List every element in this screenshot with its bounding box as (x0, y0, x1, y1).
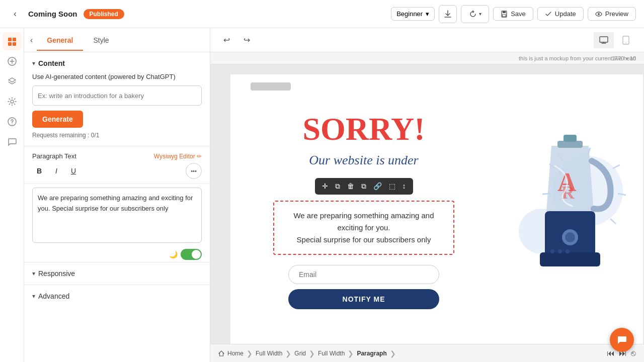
canvas-toolbar: ↩ ↪ (210, 28, 644, 52)
text-toolbar: B I U ••• (24, 163, 210, 184)
float-link-icon[interactable]: 🔗 (371, 181, 384, 192)
topbar-actions: Beginner ▾ ▾ Save Update Preview (391, 5, 636, 23)
sorry-title: SORRY! (302, 111, 425, 148)
svg-point-15 (625, 42, 626, 43)
float-move-icon[interactable]: ✛ (320, 181, 330, 192)
chat-bubble[interactable] (610, 328, 634, 352)
breadcrumb-home[interactable]: Home (218, 350, 244, 357)
responsive-section: ▾ Responsive (24, 262, 210, 285)
toggle-row: 🌙 (24, 247, 210, 262)
save-button[interactable]: Save (493, 7, 533, 21)
float-grid-icon[interactable]: ⬚ (387, 181, 397, 192)
illustration-container: A R (497, 111, 638, 272)
canvas-tools-left: ↩ ↪ (218, 32, 255, 48)
float-duplicate-icon[interactable]: ⧉ (359, 181, 368, 192)
preview-button[interactable]: Preview (588, 7, 636, 21)
sidebar-icon-layers[interactable] (3, 72, 21, 90)
text-box: We are preparing something amazing and e… (273, 201, 454, 255)
paragraph-label: Paragraph Text (32, 152, 76, 160)
svg-rect-7 (8, 42, 12, 46)
breadcrumb-paragraph[interactable]: Paragraph (357, 350, 386, 357)
breadcrumb-full-width-2[interactable]: Full Width (318, 350, 345, 357)
breadcrumb-grid[interactable]: Grid (294, 350, 306, 357)
svg-point-12 (12, 124, 13, 125)
sidebar-icon-help[interactable] (3, 113, 21, 131)
page-title: Coming Soon (28, 10, 77, 18)
mobile-view-button[interactable] (616, 32, 636, 48)
sidebar-icon-add[interactable] (3, 52, 21, 70)
float-toolbar: ✛ ⧉ 🗑 ⧉ 🔗 ⬚ ↕ (315, 178, 413, 195)
svg-point-22 (550, 249, 554, 253)
svg-rect-27 (557, 141, 583, 148)
update-button[interactable]: Update (537, 7, 584, 21)
sidebar-icon-pages[interactable] (3, 32, 21, 50)
advanced-section: ▾ Advanced (24, 285, 210, 307)
svg-point-10 (11, 100, 14, 103)
breadcrumb-prev-button[interactable]: ⏮ (607, 349, 615, 358)
back-button[interactable]: ‹ (8, 7, 22, 21)
svg-rect-28 (564, 135, 577, 142)
email-input-canvas[interactable] (288, 265, 439, 284)
breadcrumb-share-button[interactable]: ⎋ (631, 349, 636, 358)
panel-tabs: ‹ General Style (24, 28, 210, 52)
main-content-left: SORRY! Our website is under ✛ ⧉ 🗑 ⧉ 🔗 ⬚ … (235, 111, 492, 309)
notify-button-canvas[interactable]: NOTIFY ME (288, 289, 439, 309)
svg-rect-19 (540, 252, 600, 266)
italic-button[interactable]: I (49, 164, 63, 178)
svg-point-21 (565, 232, 575, 242)
svg-rect-2 (503, 15, 506, 17)
advanced-collapse-icon: ▾ (32, 293, 35, 300)
canvas-notice: this is just a mockup from your current … (519, 55, 636, 61)
content-section-title: Content (38, 59, 65, 67)
generate-button[interactable]: Generate (32, 111, 83, 128)
float-swap-icon[interactable]: ↕ (400, 181, 408, 192)
ai-label: Use AI-generated content (powered by Cha… (32, 72, 202, 81)
content-collapse-icon: ▾ (32, 60, 35, 67)
panel-back-button[interactable]: ‹ (30, 36, 33, 45)
float-delete-icon[interactable]: 🗑 (345, 181, 356, 192)
canvas-view-toggle (594, 32, 636, 48)
toggle-thumb (192, 250, 201, 259)
svg-rect-6 (13, 38, 16, 41)
main-layout: ‹ General Style ▾ Content Use AI-generat… (0, 28, 644, 362)
text-editor[interactable]: We are preparing something amazing and e… (32, 188, 202, 243)
content-section-header[interactable]: ▾ Content (24, 52, 210, 72)
float-copy-icon[interactable]: ⧉ (333, 181, 342, 192)
responsive-title: Responsive (38, 269, 75, 278)
content-section-body: Use AI-generated content (powered by Cha… (24, 72, 210, 139)
sidebar-icon-settings[interactable] (3, 93, 21, 111)
panel-content: ▾ Content Use AI-generated content (powe… (24, 52, 210, 362)
undo-button[interactable]: ↩ (218, 32, 234, 48)
underline-button[interactable]: U (66, 164, 80, 178)
breadcrumb-full-width-1[interactable]: Full Width (256, 350, 282, 357)
desktop-view-button[interactable] (594, 32, 614, 48)
canvas-area: ↩ ↪ this is just a mockup from your curr… (210, 28, 644, 362)
canvas-scroll[interactable]: SORRY! Our website is under ✛ ⧉ 🗑 ⧉ 🔗 ⬚ … (210, 64, 644, 344)
moon-icon: 🌙 (169, 250, 178, 258)
sidebar-icon-chat[interactable] (3, 133, 21, 151)
tab-general[interactable]: General (37, 30, 83, 50)
toggle-switch[interactable] (181, 249, 202, 260)
advanced-header[interactable]: ▾ Advanced (24, 285, 210, 307)
responsive-header[interactable]: ▾ Responsive (24, 262, 210, 285)
bold-button[interactable]: B (32, 164, 46, 178)
sidebar-icons (0, 28, 24, 362)
svg-rect-8 (13, 42, 16, 46)
level-select[interactable]: Beginner ▾ (391, 7, 435, 21)
ai-input[interactable] (32, 85, 202, 106)
advanced-title: Advanced (38, 292, 69, 300)
blender-illustration: A R (507, 111, 628, 272)
responsive-collapse-icon: ▾ (32, 270, 35, 277)
tab-style[interactable]: Style (83, 30, 119, 50)
history-button[interactable]: ▾ (461, 5, 489, 23)
page-canvas: SORRY! Our website is under ✛ ⧉ 🗑 ⧉ 🔗 ⬚ … (230, 74, 643, 344)
wysiwyg-editor-link[interactable]: Wysiwyg Editor ✏ (154, 153, 202, 160)
topbar: ‹ Coming Soon Published Beginner ▾ ▾ Sav… (0, 0, 644, 28)
page-header-bar (251, 82, 291, 90)
redo-button[interactable]: ↪ (238, 32, 255, 48)
download-button[interactable] (439, 5, 457, 23)
more-options-button[interactable]: ••• (186, 163, 202, 179)
dimension-bar: this is just a mockup from your current … (210, 52, 644, 64)
left-panel: ‹ General Style ▾ Content Use AI-generat… (24, 28, 210, 362)
sorry-subtitle: Our website is under (309, 153, 418, 168)
